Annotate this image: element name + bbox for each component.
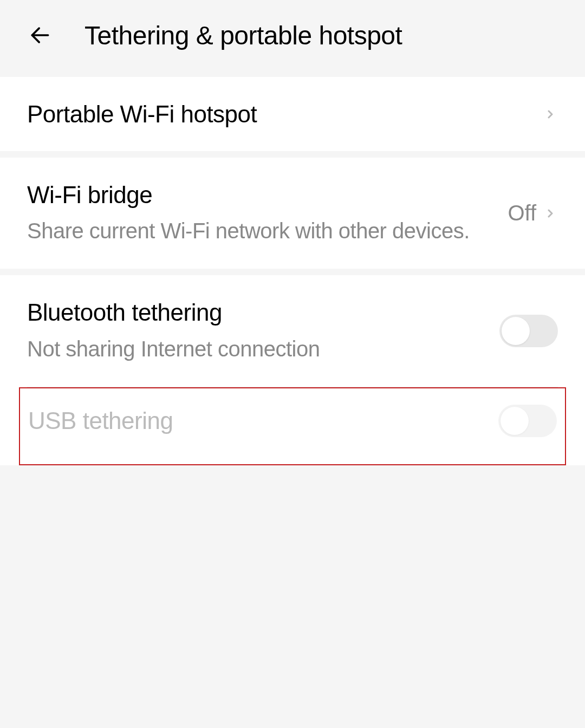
section-usb-tethering: USB tethering [0, 387, 585, 465]
row-title-bluetooth-tethering: Bluetooth tethering [27, 297, 499, 328]
row-text: Wi-Fi bridge Share current Wi-Fi network… [27, 179, 508, 247]
row-value-wifi-bridge: Off [508, 201, 536, 225]
row-wifi-bridge[interactable]: Wi-Fi bridge Share current Wi-Fi network… [0, 158, 585, 269]
row-text: USB tethering [28, 405, 498, 436]
chevron-right-icon [543, 107, 558, 122]
row-usb-tethering[interactable]: USB tethering [20, 388, 565, 448]
row-subtitle-wifi-bridge: Share current Wi-Fi network with other d… [27, 214, 508, 247]
row-bluetooth-tethering[interactable]: Bluetooth tethering Not sharing Internet… [0, 275, 585, 386]
highlight-usb-tethering: USB tethering [19, 387, 566, 465]
section-wifi-hotspot: Portable Wi-Fi hotspot [0, 77, 585, 151]
back-icon[interactable] [27, 22, 53, 48]
toggle-usb-tethering[interactable] [498, 405, 557, 437]
row-subtitle-bluetooth-tethering: Not sharing Internet connection [27, 333, 499, 365]
toggle-knob [500, 407, 529, 435]
row-title-usb-tethering: USB tethering [28, 405, 498, 436]
header: Tethering & portable hotspot [0, 0, 585, 70]
row-right: Off [508, 201, 558, 225]
page-title: Tethering & portable hotspot [84, 21, 402, 50]
row-title-wifi-bridge: Wi-Fi bridge [27, 179, 508, 210]
row-text: Bluetooth tethering Not sharing Internet… [27, 297, 499, 365]
row-right [543, 107, 558, 122]
chevron-right-icon [543, 206, 558, 221]
row-wifi-hotspot[interactable]: Portable Wi-Fi hotspot [0, 77, 585, 151]
section-wifi-bridge: Wi-Fi bridge Share current Wi-Fi network… [0, 158, 585, 269]
row-text: Portable Wi-Fi hotspot [27, 99, 543, 129]
row-title-wifi-hotspot: Portable Wi-Fi hotspot [27, 99, 543, 129]
toggle-bluetooth-tethering[interactable] [499, 315, 558, 347]
toggle-knob [502, 317, 530, 345]
section-tethering: Bluetooth tethering Not sharing Internet… [0, 275, 585, 387]
